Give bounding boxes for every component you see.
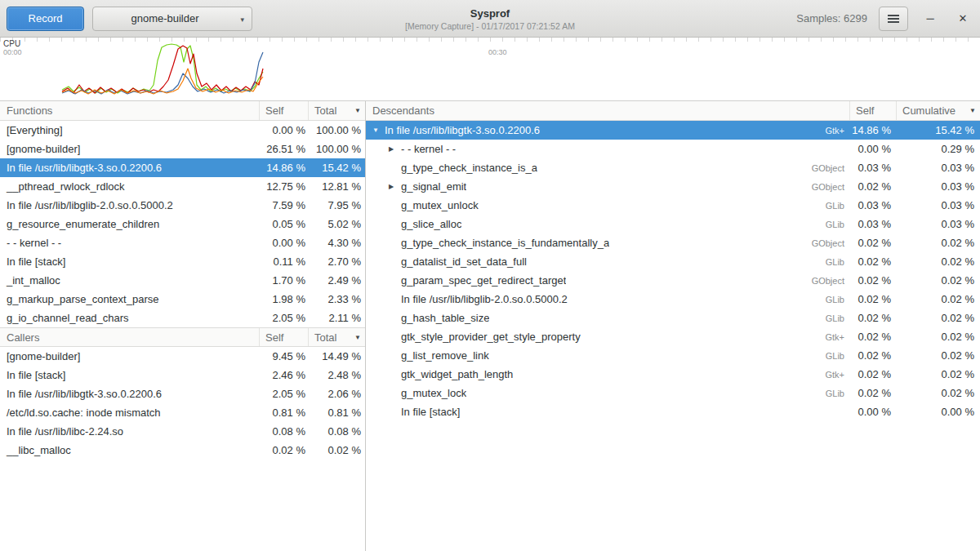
close-button[interactable]: ✕ [952, 8, 973, 29]
self-value: 0.02 % [849, 387, 896, 399]
table-row[interactable]: g_hash_table_sizeGLib0.02 %0.02 % [366, 309, 980, 327]
table-row[interactable]: ▶g_signal_emitGObject0.02 %0.03 % [366, 177, 980, 196]
column-header-self[interactable]: Self [259, 328, 308, 346]
self-value: 1.70 % [259, 274, 308, 287]
record-button[interactable]: Record [7, 7, 84, 31]
column-header-cumulative-label: Cumulative [902, 104, 956, 117]
table-row[interactable]: g_slice_allocGLib0.03 %0.03 % [366, 215, 980, 233]
function-name: g_type_check_instance_is_a [401, 162, 537, 174]
table-row[interactable]: - - kernel - -0.00 %4.30 % [0, 233, 365, 252]
table-row[interactable]: In file [stack]0.11 %2.70 % [0, 252, 365, 271]
table-row[interactable]: _int_malloc1.70 %2.49 % [0, 271, 365, 290]
cumulative-value: 0.02 % [896, 387, 980, 399]
self-value: 0.03 % [849, 162, 896, 174]
function-name: gtk_widget_path_length [401, 368, 513, 380]
table-row[interactable]: [Everything]0.00 %100.00 % [0, 121, 365, 140]
table-row[interactable]: g_type_check_instance_is_fundamentally_a… [366, 233, 980, 252]
total-value: 2.11 % [308, 312, 365, 324]
table-row[interactable]: g_mutex_unlockGLib0.03 %0.03 % [366, 196, 980, 215]
column-header-cumulative[interactable]: Cumulative ▼ [896, 101, 980, 120]
expander-closed-icon[interactable]: ▶ [389, 183, 401, 190]
table-row[interactable]: ▶- - kernel - -0.00 %0.29 % [366, 140, 980, 158]
column-header-functions[interactable]: Functions [0, 101, 259, 120]
table-row[interactable]: In file /usr/lib/libc-2.24.so0.08 %0.08 … [0, 422, 365, 441]
self-value: 2.46 % [259, 369, 308, 381]
cumulative-value: 0.29 % [896, 143, 980, 155]
table-row[interactable]: gtk_widget_path_lengthGtk+0.02 %0.02 % [366, 365, 980, 384]
table-row[interactable]: __libc_malloc0.02 %0.02 % [0, 441, 365, 460]
function-name: In file /usr/lib/libglib-2.0.so.0.5000.2 [0, 199, 259, 211]
column-header-descendants[interactable]: Descendants [366, 101, 849, 120]
expander-closed-icon[interactable]: ▶ [389, 145, 401, 153]
total-value: 5.02 % [308, 218, 365, 230]
table-row[interactable]: In file [stack]0.00 %0.00 % [366, 402, 980, 421]
column-header-callers[interactable]: Callers [0, 328, 259, 346]
table-row[interactable]: g_io_channel_read_chars2.05 %2.11 % [0, 309, 365, 327]
self-value: 0.02 % [849, 180, 896, 193]
table-row[interactable]: g_list_remove_linkGLib0.02 %0.02 % [366, 346, 980, 365]
column-header-self[interactable]: Self [259, 101, 308, 120]
table-row[interactable]: In file /usr/lib/libglib-2.0.so.0.5000.2… [0, 196, 365, 215]
expander-open-icon[interactable]: ▼ [372, 127, 385, 134]
column-header-total-label: Total [314, 104, 336, 117]
cpu-graph[interactable]: CPU 00:00 00:30 [0, 38, 980, 101]
self-value: 2.05 % [259, 388, 308, 400]
function-name: g_param_spec_get_redirect_target [401, 274, 566, 287]
function-name: - - kernel - - [401, 143, 456, 155]
column-header-total-label: Total [314, 331, 336, 344]
functions-table-header: Functions Self Total ▼ [0, 101, 365, 121]
table-row[interactable]: [gnome-builder]26.51 %100.00 % [0, 140, 365, 158]
total-value: 12.81 % [308, 180, 365, 193]
function-name: g_mutex_unlock [401, 199, 479, 211]
table-row[interactable]: g_markup_parse_context_parse1.98 %2.33 % [0, 290, 365, 309]
self-value: 0.02 % [849, 331, 896, 343]
hamburger-icon [888, 15, 899, 23]
total-value: 100.00 % [308, 143, 365, 155]
capture-subtitle: [Memory Capture] - 01/17/2017 07:21:52 A… [405, 20, 575, 30]
sort-descending-icon: ▼ [354, 107, 361, 114]
total-value: 2.06 % [308, 388, 365, 400]
table-row[interactable]: /etc/ld.so.cache: inode mismatch0.81 %0.… [0, 403, 365, 422]
column-header-self[interactable]: Self [849, 101, 896, 120]
function-cell: g_slice_allocGLib [366, 218, 849, 230]
self-value: 0.02 % [849, 274, 896, 287]
cumulative-value: 0.02 % [896, 293, 980, 305]
self-value: 26.51 % [259, 143, 308, 155]
chevron-down-icon: ▾ [240, 16, 244, 24]
table-row[interactable]: In file [stack]2.46 %2.48 % [0, 366, 365, 384]
table-row[interactable]: g_type_check_instance_is_aGObject0.03 %0… [366, 158, 980, 177]
table-row[interactable]: __pthread_rwlock_rdlock12.75 %12.81 % [0, 177, 365, 196]
self-value: 0.02 % [849, 237, 896, 249]
total-value: 0.81 % [308, 407, 365, 419]
table-row[interactable]: gtk_style_provider_get_style_propertyGtk… [366, 327, 980, 346]
total-value: 0.08 % [308, 425, 365, 438]
function-cell: ▼In file /usr/lib/libgtk-3.so.0.2200.6Gt… [366, 124, 849, 136]
category-label: Gtk+ [825, 370, 849, 380]
descendants-table-header: Descendants Self Cumulative ▼ [366, 101, 980, 121]
function-name: g_mutex_lock [401, 387, 466, 399]
table-row[interactable]: g_datalist_id_set_data_fullGLib0.02 %0.0… [366, 252, 980, 271]
table-row[interactable]: g_resource_enumerate_children0.05 %5.02 … [0, 215, 365, 233]
table-row[interactable]: g_mutex_lockGLib0.02 %0.02 % [366, 384, 980, 402]
function-name: g_list_remove_link [401, 349, 489, 362]
process-selector-dropdown[interactable]: gnome-builder ▾ [92, 7, 252, 31]
table-row[interactable]: [gnome-builder]9.45 %14.49 % [0, 347, 365, 366]
function-name: g_resource_enumerate_children [0, 218, 259, 230]
cumulative-value: 0.03 % [896, 162, 980, 174]
callers-table-header: Callers Self Total ▼ [0, 327, 365, 347]
main-content: Functions Self Total ▼ [Everything]0.00 … [0, 101, 980, 551]
column-header-total[interactable]: Total ▼ [308, 101, 365, 120]
cumulative-value: 0.02 % [896, 312, 980, 324]
total-value: 14.49 % [308, 350, 365, 362]
menu-button[interactable] [879, 7, 908, 31]
self-value: 7.59 % [259, 199, 308, 211]
column-header-total[interactable]: Total ▼ [308, 328, 365, 346]
table-row[interactable]: g_param_spec_get_redirect_targetGObject0… [366, 271, 980, 290]
table-row[interactable]: ▼In file /usr/lib/libgtk-3.so.0.2200.6Gt… [366, 121, 980, 140]
table-row[interactable]: In file /usr/lib/libgtk-3.so.0.2200.62.0… [0, 384, 365, 403]
function-name: g_signal_emit [401, 180, 466, 193]
table-row[interactable]: In file /usr/lib/libglib-2.0.so.0.5000.2… [366, 290, 980, 309]
table-row[interactable]: In file /usr/lib/libgtk-3.so.0.2200.614.… [0, 158, 365, 177]
minimize-button[interactable]: ─ [920, 8, 941, 29]
self-value: 0.03 % [849, 218, 896, 230]
